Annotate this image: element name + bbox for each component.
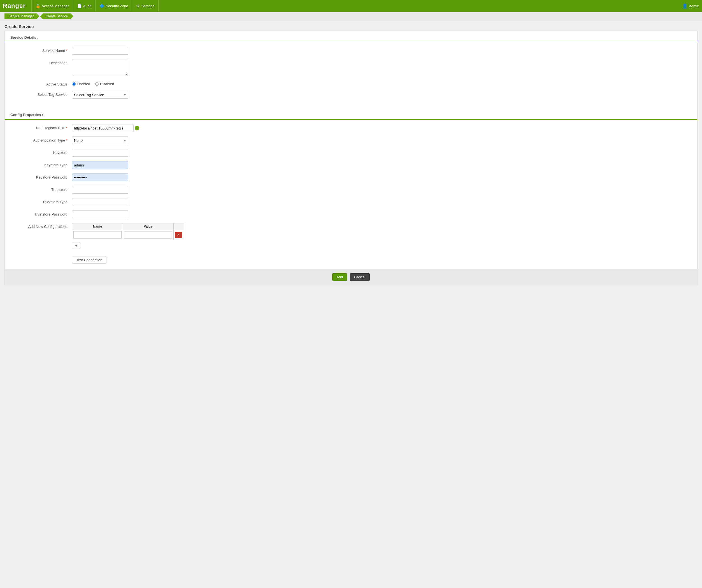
auth-type-dropdown[interactable]: None Kerberos SSL (72, 136, 128, 144)
form-card: Service Details : Service Name * Descrip… (4, 31, 698, 285)
config-value-col-header: Value (123, 223, 173, 230)
service-name-label: Service Name * (10, 47, 72, 53)
nav-label-audit: Audit (83, 4, 92, 8)
config-table: Name Value (72, 223, 184, 240)
select-tag-service-wrapper[interactable]: Select Tag Service (72, 91, 128, 99)
active-status-row: Active Status Enabled Disabled (10, 80, 692, 86)
config-properties-heading: Config Properties : (5, 109, 697, 120)
add-new-config-label: Add New Configurations (10, 223, 72, 229)
truststore-password-input[interactable] (72, 210, 128, 218)
disabled-label-text: Disabled (100, 82, 114, 86)
active-status-label: Active Status (10, 80, 72, 86)
test-connection-button[interactable]: Test Connection (72, 256, 106, 264)
config-name-cell (72, 230, 123, 240)
test-connection-container: Test Connection (72, 253, 692, 264)
truststore-row: Truststore (10, 186, 692, 194)
truststore-type-input[interactable] (72, 198, 128, 206)
config-name-col-header: Name (72, 223, 123, 230)
enabled-radio[interactable] (72, 82, 76, 86)
select-tag-service-dropdown[interactable]: Select Tag Service (72, 91, 128, 99)
config-value-cell (123, 230, 173, 240)
add-button[interactable]: Add (332, 273, 347, 281)
security-zone-icon: 🔷 (99, 4, 104, 8)
keystore-type-input[interactable] (72, 161, 128, 169)
table-row: ✕ (72, 230, 184, 240)
config-value-input[interactable] (124, 231, 172, 238)
keystore-password-label: Keystore Password (10, 174, 72, 179)
keystore-password-row: Keystore Password (10, 174, 692, 181)
main-content: Service Details : Service Name * Descrip… (0, 31, 702, 291)
user-menu[interactable]: 👤 admin (682, 3, 699, 9)
add-new-config-row: Add New Configurations Name Value (10, 223, 692, 249)
nifi-url-info-icon[interactable]: i (135, 126, 139, 130)
description-row: Description (10, 59, 692, 76)
auth-type-wrapper[interactable]: None Kerberos SSL (72, 136, 128, 144)
navbar: Ranger 🔒 Access Manager 📄 Audit 🔷 Securi… (0, 0, 702, 12)
delete-row-button[interactable]: ✕ (175, 232, 182, 238)
enabled-label-text: Enabled (77, 82, 90, 86)
cancel-button[interactable]: Cancel (350, 273, 369, 281)
description-input[interactable] (72, 59, 128, 76)
breadcrumb-service-manager[interactable]: Service Manager (4, 13, 39, 19)
keystore-type-row: Keystore Type (10, 161, 692, 169)
username-label: admin (689, 4, 699, 8)
brand-logo: Ranger (3, 2, 26, 9)
truststore-label: Truststore (10, 186, 72, 192)
service-details-form: Service Name * Description Active Status… (5, 42, 697, 109)
auth-type-label: Authentication Type * (10, 136, 72, 142)
select-tag-service-label: Select Tag Service (10, 91, 72, 97)
required-marker-auth: * (66, 138, 68, 142)
service-details-heading: Service Details : (5, 31, 697, 42)
nifi-url-row: NiFi Registry URL * i (10, 124, 692, 132)
config-table-header: Name Value (72, 223, 184, 230)
nav-menu: 🔒 Access Manager 📄 Audit 🔷 Security Zone… (31, 0, 682, 12)
page-title: Create Service (0, 21, 702, 31)
required-marker: * (66, 48, 68, 53)
disabled-radio-label[interactable]: Disabled (95, 82, 114, 86)
required-marker-url: * (66, 126, 68, 130)
config-action-col-header (173, 223, 184, 230)
audit-icon: 📄 (77, 4, 82, 8)
nav-item-security-zone[interactable]: 🔷 Security Zone (96, 0, 132, 12)
add-row-button[interactable]: + (72, 242, 81, 249)
nav-item-settings[interactable]: ⚙ Settings (132, 0, 158, 12)
breadcrumb: Service Manager Create Service (0, 12, 702, 21)
truststore-type-row: Truststore Type (10, 198, 692, 206)
access-manager-icon: 🔒 (35, 4, 40, 8)
truststore-password-row: Truststore Password (10, 210, 692, 218)
enabled-radio-label[interactable]: Enabled (72, 82, 90, 86)
nav-item-access-manager[interactable]: 🔒 Access Manager (31, 0, 73, 12)
add-new-config-container: Name Value (72, 223, 184, 249)
breadcrumb-create-service[interactable]: Create Service (40, 13, 74, 19)
service-name-row: Service Name * (10, 47, 692, 55)
nav-label-settings: Settings (141, 4, 154, 8)
active-status-radio-group: Enabled Disabled (72, 80, 114, 86)
keystore-row: Keystore (10, 149, 692, 157)
config-name-input[interactable] (74, 231, 122, 238)
disabled-radio[interactable] (95, 82, 99, 86)
service-name-input[interactable] (72, 47, 128, 55)
footer-buttons: Add Cancel (5, 269, 697, 285)
auth-type-row: Authentication Type * None Kerberos SSL (10, 136, 692, 144)
nav-label-access-manager: Access Manager (42, 4, 69, 8)
keystore-label: Keystore (10, 149, 72, 155)
nifi-url-input-row: i (72, 124, 139, 132)
nav-item-audit[interactable]: 📄 Audit (73, 0, 96, 12)
select-tag-service-row: Select Tag Service Select Tag Service (10, 91, 692, 99)
config-delete-cell: ✕ (173, 230, 184, 240)
truststore-type-label: Truststore Type (10, 198, 72, 204)
settings-icon: ⚙ (136, 4, 140, 8)
user-icon: 👤 (682, 3, 688, 9)
keystore-input[interactable] (72, 149, 128, 157)
keystore-password-input[interactable] (72, 174, 128, 181)
nifi-url-input[interactable] (72, 124, 134, 132)
truststore-input[interactable] (72, 186, 128, 194)
nav-label-security-zone: Security Zone (106, 4, 128, 8)
truststore-password-label: Truststore Password (10, 210, 72, 216)
keystore-type-label: Keystore Type (10, 161, 72, 167)
config-properties-form: NiFi Registry URL * i Authentication Typ… (5, 120, 697, 269)
nifi-url-label: NiFi Registry URL * (10, 124, 72, 130)
description-label: Description (10, 59, 72, 65)
